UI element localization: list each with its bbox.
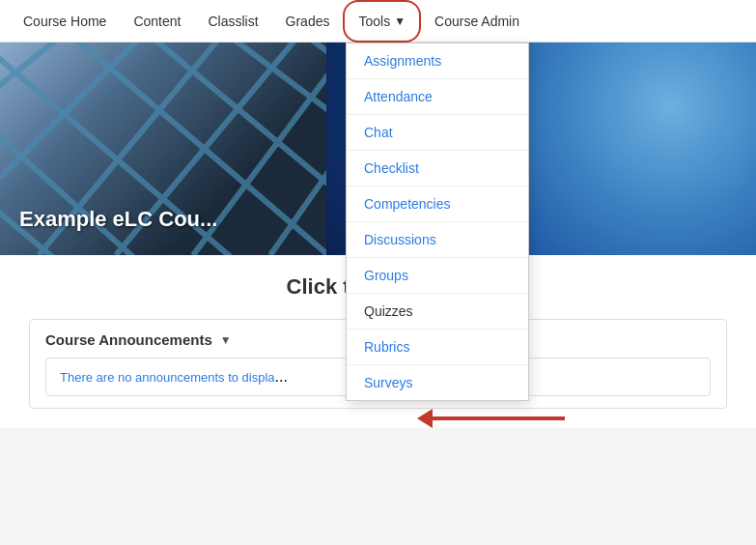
tools-dropdown-menu: Assignments Attendance Chat Checklist Co…	[346, 43, 529, 401]
nav-content-label: Content	[133, 14, 181, 29]
nav-course-admin-label: Course Admin	[434, 14, 519, 29]
svg-line-10	[135, 43, 328, 216]
announcements-chevron-icon: ▼	[220, 333, 232, 347]
nav-grades[interactable]: Grades	[272, 0, 344, 43]
dropdown-surveys-label: Surveys	[364, 375, 413, 390]
nav-classlist-label: Classlist	[208, 14, 258, 29]
dropdown-item-chat[interactable]: Chat	[347, 115, 528, 151]
dropdown-quizzes-label: Quizzes	[364, 303, 413, 319]
dropdown-item-attendance[interactable]: Attendance	[347, 79, 528, 115]
top-nav: Course Home Content Classlist Grades Too…	[0, 0, 756, 43]
svg-line-11	[212, 43, 328, 139]
dropdown-chat-label: Chat	[364, 125, 393, 140]
nav-grades-label: Grades	[286, 14, 330, 29]
dropdown-attendance-label: Attendance	[364, 89, 433, 104]
nav-classlist[interactable]: Classlist	[194, 0, 271, 43]
nav-course-home[interactable]: Course Home	[10, 0, 120, 43]
dropdown-competencies-label: Competencies	[364, 196, 451, 212]
hero-title: Example eLC Cou...	[19, 207, 217, 232]
announcement-text: There are no announcements to displa	[60, 370, 275, 385]
dropdown-item-rubrics[interactable]: Rubrics	[347, 330, 528, 365]
nav-course-home-label: Course Home	[23, 14, 106, 29]
nav-content[interactable]: Content	[120, 0, 194, 43]
dropdown-item-checklist[interactable]: Checklist	[347, 151, 528, 186]
nav-tools[interactable]: Tools ▼	[343, 0, 421, 43]
dropdown-checklist-label: Checklist	[364, 160, 419, 176]
dropdown-discussions-label: Discussions	[364, 232, 436, 247]
nav-course-admin[interactable]: Course Admin	[421, 0, 533, 43]
hero-title-text: Example eLC Cou	[19, 207, 200, 231]
dropdown-groups-label: Groups	[364, 268, 408, 283]
chevron-down-icon: ▼	[394, 14, 406, 28]
dropdown-rubrics-label: Rubrics	[364, 339, 409, 355]
svg-line-12	[290, 43, 328, 81]
dropdown-item-assignments[interactable]: Assignments	[347, 43, 528, 79]
dropdown-item-quizzes[interactable]: Quizzes	[347, 294, 528, 330]
dropdown-item-competencies[interactable]: Competencies	[347, 186, 528, 222]
dropdown-item-discussions[interactable]: Discussions	[347, 222, 528, 258]
dropdown-item-surveys[interactable]: Surveys	[347, 365, 528, 400]
dropdown-assignments-label: Assignments	[364, 53, 441, 69]
announcements-title: Course Announcements	[45, 331, 212, 348]
dropdown-item-groups[interactable]: Groups	[347, 258, 528, 294]
nav-tools-label: Tools	[358, 14, 390, 29]
